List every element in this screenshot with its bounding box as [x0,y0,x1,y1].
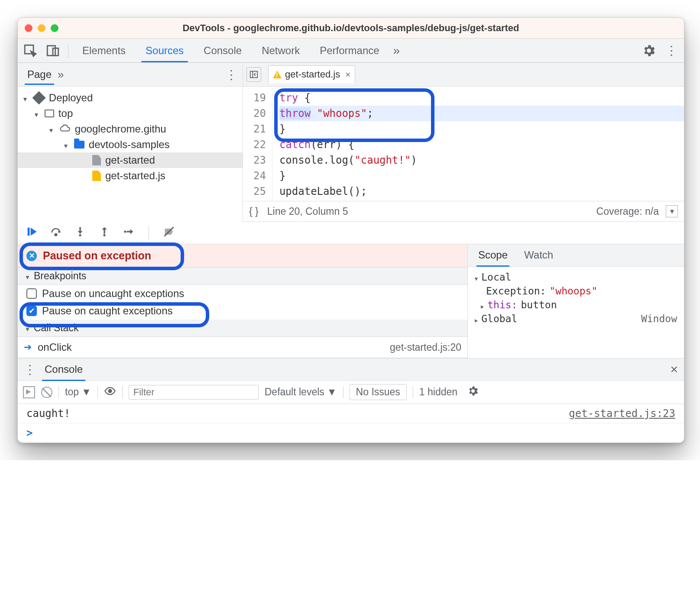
breakpoints-section-header[interactable]: Breakpoints [18,268,467,285]
tree-label: get-started [105,154,155,166]
scope-var-exception[interactable]: Exception: "whoops" [468,284,684,298]
step-icon[interactable] [123,226,135,240]
line-number: 25 [253,184,266,199]
expand-icon [475,313,478,324]
coverage-toggle-icon[interactable]: ▾ [666,205,678,217]
scope-section-global[interactable]: Global Window [468,312,684,326]
tree-node-origin[interactable]: googlechrome.githu [18,121,243,137]
frame-function-name: onClick [38,341,72,353]
file-tab-label: get-started.js [285,69,340,80]
sources-main-split: Deployed top googlechrome.githu devtools… [18,87,684,222]
checkbox-unchecked[interactable] [26,288,37,299]
scope-val: Window [641,313,677,324]
inspect-element-icon[interactable] [23,43,38,58]
toggle-navigator-icon[interactable] [246,67,261,82]
svg-point-11 [103,234,105,236]
line-number: 19 [253,90,266,106]
live-expression-icon[interactable] [104,385,116,400]
kebab-menu-icon[interactable]: ⋮ [664,43,679,58]
devtools-main-tabs: Elements Sources Console Network Perform… [18,39,684,63]
expand-icon [63,139,70,151]
toggle-console-sidebar-icon[interactable] [23,386,35,398]
console-message[interactable]: caught! get-started.js:23 [18,404,684,423]
separator [97,386,98,398]
line-number-gutter[interactable]: 19 20 21 22 23 24 25 [243,87,272,201]
svg-point-14 [124,230,126,233]
scope-label: Global [481,313,517,324]
pretty-print-braces-icon[interactable]: { } [249,206,259,217]
svg-point-18 [108,389,111,392]
section-title: Breakpoints [34,270,86,282]
resume-icon[interactable] [26,226,38,240]
separator [343,386,344,398]
file-tab-close-icon[interactable]: × [345,70,350,80]
expand-icon [25,322,30,334]
code-content[interactable]: try { throw "whoops"; } catch(err) { con… [272,87,684,201]
svg-marker-16 [130,229,133,234]
callstack-section-header[interactable]: Call Stack [18,320,467,337]
window-zoom-button[interactable] [51,24,58,32]
tree-node-file-html[interactable]: get-started [18,152,243,168]
console-settings-gear-icon[interactable] [467,385,479,400]
issues-button[interactable]: No Issues [350,384,407,400]
console-prompt[interactable]: > [18,423,684,443]
drawer-tab-console[interactable]: Console [41,358,86,381]
tab-scope[interactable]: Scope [476,244,509,266]
window-close-button[interactable] [25,24,32,32]
separator [58,386,59,398]
tree-node-top[interactable]: top [18,106,243,121]
chevron-down-icon: ▼ [81,386,91,398]
code-token: console.log( [279,154,354,166]
tab-sources[interactable]: Sources [139,39,190,62]
drawer-tabstrip: ⋮ Console × [18,358,684,381]
clear-console-icon[interactable] [41,387,52,398]
settings-gear-icon[interactable] [642,43,656,58]
drawer-close-icon[interactable]: × [670,362,678,377]
console-message-text: caught! [26,407,70,420]
scope-tree: Local Exception: "whoops" this: button G… [468,267,684,329]
step-into-icon[interactable] [74,226,86,240]
svg-point-8 [79,234,81,236]
navigator-tab-page[interactable]: Page [23,64,56,85]
tree-node-deployed[interactable]: Deployed [18,90,243,106]
svg-marker-6 [31,227,37,236]
tree-node-file-js[interactable]: get-started.js [18,168,243,184]
prompt-chevron-icon: > [26,427,32,439]
editor-tabbar: get-started.js × [243,63,684,86]
console-filter-input[interactable] [129,385,259,400]
callstack-frame[interactable]: ➔ onClick get-started.js:20 [18,337,467,358]
navigator-tabs: Page » ⋮ [18,63,243,86]
scope-var-this[interactable]: this: button [468,298,684,312]
tab-console[interactable]: Console [198,39,248,62]
file-tab-get-started-js[interactable]: get-started.js × [268,65,355,84]
line-number: 21 [253,121,266,137]
tab-network[interactable]: Network [256,39,306,62]
expand-icon [48,123,55,135]
tab-elements[interactable]: Elements [76,39,132,62]
tab-watch[interactable]: Watch [522,244,555,266]
svg-rect-5 [28,227,30,236]
navigator-tabs-overflow-icon[interactable]: » [58,68,64,81]
device-toolbar-icon[interactable] [45,43,60,58]
deactivate-breakpoints-icon[interactable] [163,226,175,240]
tree-node-folder[interactable]: devtools-samples [18,137,243,152]
step-out-icon[interactable] [98,226,110,240]
scope-section-local[interactable]: Local [468,270,684,284]
tabs-overflow-icon[interactable]: » [393,44,400,58]
navigator-menu-icon[interactable]: ⋮ [225,68,237,82]
pause-caught-row[interactable]: ✔ Pause on caught exceptions [18,302,467,320]
drawer-menu-icon[interactable]: ⋮ [24,362,36,377]
svg-rect-1 [47,45,55,55]
step-over-icon[interactable] [50,226,62,240]
tab-performance[interactable]: Performance [314,39,385,62]
checkbox-checked[interactable]: ✔ [26,306,37,316]
window-minimize-button[interactable] [38,24,45,32]
execution-context-selector[interactable]: top ▼ [65,386,91,398]
warning-icon [273,71,282,78]
pause-uncaught-row[interactable]: Pause on uncaught exceptions [18,285,467,302]
section-title: Call Stack [34,322,79,334]
expand-icon [475,271,478,283]
console-message-source-link[interactable]: get-started.js:23 [569,407,675,420]
frame-location: get-started.js:20 [390,342,461,353]
log-level-selector[interactable]: Default levels ▼ [265,386,337,398]
